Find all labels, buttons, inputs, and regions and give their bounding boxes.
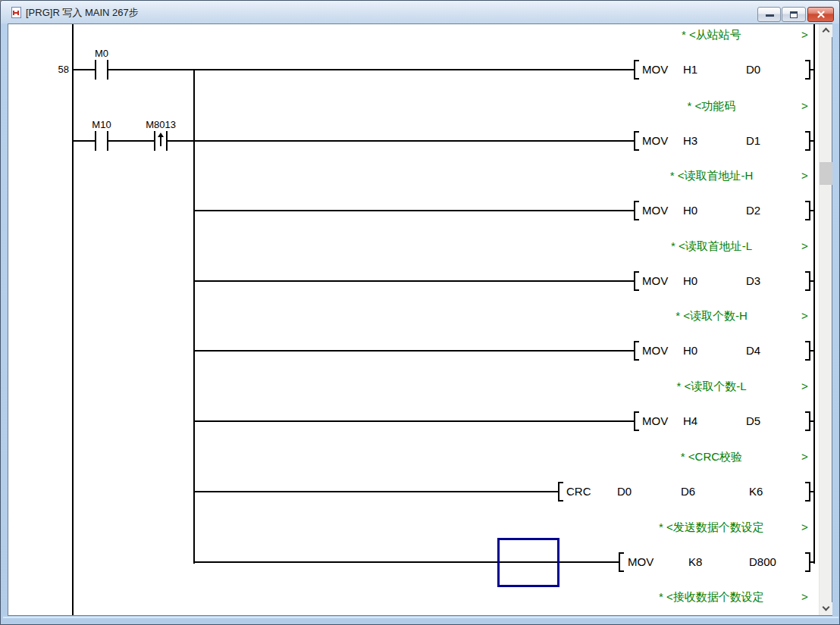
rung-comment: * <读取个数-L xyxy=(611,380,812,393)
rail-tick xyxy=(810,350,814,352)
scroll-up-button[interactable] xyxy=(820,24,832,37)
no-contact-M0[interactable] xyxy=(95,60,108,80)
operand-1: K8 xyxy=(687,555,704,569)
instruction-op: MOV xyxy=(641,414,669,428)
maximize-button[interactable] xyxy=(782,7,806,22)
instruction-op: MOV xyxy=(641,63,669,77)
rung-comment: * <读取个数-H xyxy=(611,309,812,323)
instruction-op: MOV xyxy=(641,344,669,358)
comment-close-bracket: > xyxy=(801,590,808,604)
scroll-down-button[interactable] xyxy=(820,602,832,615)
open-bracket xyxy=(634,201,639,220)
pulse-contact-M8013[interactable] xyxy=(154,131,168,151)
minimize-button[interactable] xyxy=(757,7,781,22)
rung-comment: * <接收数据个数设定 xyxy=(611,590,812,604)
operand-2: D800 xyxy=(748,555,778,569)
rung-wire xyxy=(194,280,634,282)
operand-2: D2 xyxy=(744,204,762,217)
rung-wire xyxy=(194,350,634,352)
rung-comment: * <功能码 xyxy=(611,99,812,113)
branch-line xyxy=(193,69,195,564)
ladder-editor: 58 * <从站站号 > M0 MOV H1 D0 * <功能码 > M10 M… xyxy=(8,23,832,616)
operand-2: D0 xyxy=(744,63,762,77)
device-label: M10 xyxy=(79,119,124,131)
operand-1: H3 xyxy=(682,134,699,148)
left-power-rail xyxy=(72,24,74,615)
close-icon xyxy=(816,10,826,19)
rung-wire xyxy=(194,210,634,211)
device-label: M8013 xyxy=(138,119,183,131)
comment-close-bracket: > xyxy=(801,169,808,183)
operand-1: H4 xyxy=(682,414,699,428)
operand-2: D1 xyxy=(744,134,762,148)
open-bracket xyxy=(634,271,639,291)
comment-close-bracket: > xyxy=(801,520,808,534)
operand-2: D3 xyxy=(744,274,762,288)
ladder-program-icon xyxy=(11,7,21,18)
ladder-canvas[interactable]: 58 * <从站站号 > M0 MOV H1 D0 * <功能码 > M10 M… xyxy=(8,24,819,615)
comment-close-bracket: > xyxy=(801,28,808,42)
rail-tick xyxy=(810,280,814,282)
instruction-op: MOV xyxy=(626,555,655,569)
chevron-up-icon xyxy=(823,28,830,36)
operand-2: D6 xyxy=(679,485,697,498)
rung-wire xyxy=(194,491,558,492)
rail-tick xyxy=(810,69,814,70)
selection-cursor xyxy=(497,538,559,587)
device-label: M0 xyxy=(79,48,124,60)
chevron-down-icon xyxy=(823,604,830,611)
rung-wire xyxy=(73,69,634,70)
rung-comment: * <从站站号 xyxy=(611,28,812,42)
instruction-op: MOV xyxy=(641,274,669,288)
minimize-icon xyxy=(766,14,774,17)
instruction-op: MOV xyxy=(641,204,669,217)
operand-1: H0 xyxy=(682,274,699,288)
operand-2: D4 xyxy=(744,344,762,358)
operand-3: K6 xyxy=(748,485,764,498)
comment-close-bracket: > xyxy=(801,99,808,113)
rail-tick xyxy=(810,420,814,422)
open-bracket xyxy=(634,411,639,431)
window-frame-highlight xyxy=(3,617,838,618)
operand-2: D5 xyxy=(744,414,762,428)
scrollbar-thumb[interactable] xyxy=(820,162,832,185)
title-bar: [PRG]R 写入 MAIN 267步 xyxy=(1,1,839,23)
close-button[interactable] xyxy=(807,7,834,22)
comment-close-bracket: > xyxy=(801,239,808,253)
rung-wire xyxy=(194,420,634,422)
open-bracket xyxy=(634,341,639,361)
instruction-op: CRC xyxy=(565,485,593,498)
step-number: 58 xyxy=(36,64,69,75)
operand-1: D0 xyxy=(616,485,633,498)
open-bracket xyxy=(558,482,563,502)
rung-comment: * <读取首地址-H xyxy=(611,169,812,183)
open-bracket xyxy=(634,60,639,80)
open-bracket xyxy=(619,552,624,572)
rail-tick xyxy=(810,561,814,563)
operand-1: H0 xyxy=(682,204,699,217)
operand-1: H1 xyxy=(682,63,699,77)
rung-comment: * <发送数据个数设定 xyxy=(611,520,812,534)
maximize-icon xyxy=(790,11,798,18)
vertical-scrollbar[interactable] xyxy=(819,24,832,615)
rung-comment: * <读取首地址-L xyxy=(611,239,812,253)
rail-tick xyxy=(810,210,814,211)
window-title: [PRG]R 写入 MAIN 267步 xyxy=(26,6,139,20)
open-bracket xyxy=(634,131,639,151)
comment-close-bracket: > xyxy=(801,450,808,464)
no-contact-M10[interactable] xyxy=(95,131,108,151)
rung-comment: * <CRC校验 xyxy=(611,450,812,464)
right-power-rail xyxy=(813,24,815,564)
comment-close-bracket: > xyxy=(801,380,808,393)
rail-tick xyxy=(810,491,814,492)
comment-close-bracket: > xyxy=(801,309,808,323)
rail-tick xyxy=(810,140,814,142)
instruction-op: MOV xyxy=(641,134,669,148)
operand-1: H0 xyxy=(682,344,699,358)
program-window: [PRG]R 写入 MAIN 267步 58 * <从站站号 > M0 MOV … xyxy=(0,0,840,625)
